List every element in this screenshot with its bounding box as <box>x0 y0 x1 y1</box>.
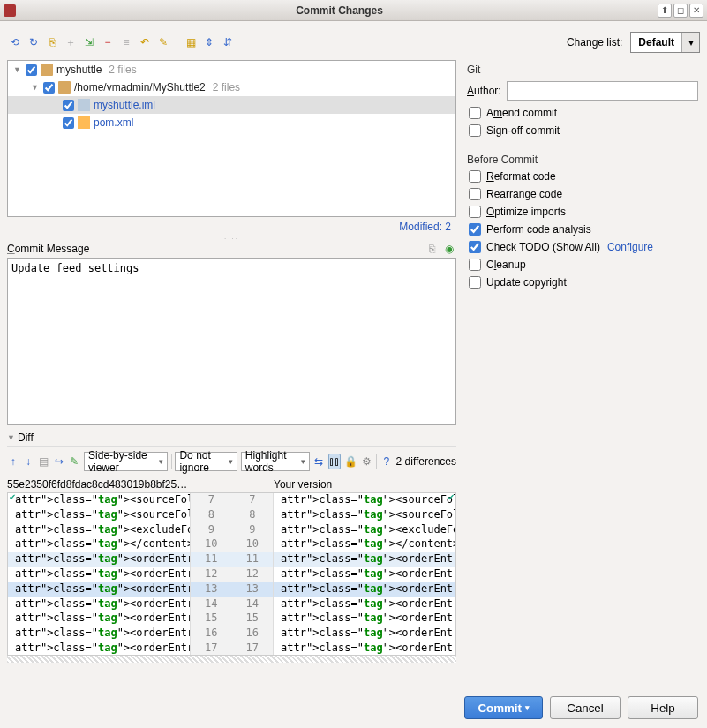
reformat-checkbox[interactable] <box>469 170 481 183</box>
diff-right-title: Your version <box>274 478 456 491</box>
signoff-checkbox-row[interactable]: Sign-off commit <box>467 122 698 139</box>
sync-scroll-icon[interactable]: ⫿⫿ <box>328 454 341 469</box>
commit-button[interactable]: Commit <box>464 696 543 719</box>
todo-checkbox[interactable] <box>469 241 481 253</box>
iml-file-icon <box>78 99 90 111</box>
edit-icon[interactable]: ✎ <box>155 34 171 50</box>
jump-icon[interactable]: ↪ <box>53 454 64 469</box>
add-icon[interactable]: ＋ <box>63 34 79 50</box>
cancel-button[interactable]: Cancel <box>550 696 621 719</box>
tree-file-name: myshuttle.iml <box>94 99 155 111</box>
expander-icon[interactable]: ▼ <box>7 433 18 442</box>
window-title: Commit Changes <box>23 4 656 17</box>
change-list-combo[interactable]: Default ▾ <box>630 32 700 53</box>
expander-icon[interactable]: ▼ <box>13 65 22 74</box>
close-button[interactable]: ✕ <box>689 4 703 18</box>
diff-left-title: 55e2350f6fd8fdac8cd483019b8bf257e26c3c8b… <box>7 478 190 491</box>
undo-icon[interactable]: ↶ <box>137 34 153 50</box>
help-icon[interactable]: ? <box>380 454 392 469</box>
diff-viewer[interactable]: attr">class="tag"><sourceFolder attr">ur… <box>7 492 456 656</box>
file-tree[interactable]: ▼ myshuttle 2 files ▼ /home/vmadmin/MySh… <box>7 60 456 217</box>
tree-root[interactable]: ▼ myshuttle 2 files <box>8 61 455 79</box>
rearrange-checkbox[interactable] <box>469 188 481 200</box>
copyright-row[interactable]: Update copyright <box>467 274 698 291</box>
folder-icon <box>58 81 71 94</box>
settings-icon[interactable]: ⚙ <box>361 454 372 469</box>
expander-icon[interactable]: ▼ <box>31 83 40 92</box>
modified-count: Modified: 2 <box>7 217 456 235</box>
dialog-footer: Commit Cancel Help <box>464 696 698 719</box>
pin-button[interactable]: ⬆ <box>658 4 672 18</box>
diff-right-pane[interactable]: attr">class="tag"><sourceFolder attr">ur… <box>274 493 455 655</box>
signoff-checkbox[interactable] <box>469 124 481 137</box>
refresh-icon[interactable]: ⟲ <box>7 34 23 50</box>
tree-file-name: pom.xml <box>94 116 133 129</box>
change-list-label: Change list: <box>567 36 622 49</box>
next-diff-icon[interactable]: ↓ <box>22 454 34 469</box>
author-input[interactable] <box>507 81 698 101</box>
help-button[interactable]: Help <box>628 696 698 719</box>
viewer-mode-combo[interactable]: Side-by-side viewer <box>84 452 168 471</box>
analysis-checkbox[interactable] <box>469 223 481 236</box>
collapse-all-icon[interactable]: ⇵ <box>220 34 236 50</box>
sync-icon[interactable]: ↻ <box>26 34 41 50</box>
cleanup-row[interactable]: Cleanup <box>467 256 698 274</box>
cleanup-checkbox[interactable] <box>469 259 481 271</box>
diff-count: 2 differences <box>396 455 457 468</box>
move-icon[interactable]: ⇲ <box>81 34 97 50</box>
open-file-icon[interactable]: ▤ <box>38 454 49 469</box>
vcs-icon[interactable]: ◉ <box>442 242 456 256</box>
list-icon[interactable]: ≡ <box>118 34 134 50</box>
scroll-hint <box>7 656 456 663</box>
remove-icon[interactable]: − <box>100 34 116 50</box>
amend-label: Amend commit <box>486 107 557 119</box>
whitespace-combo[interactable]: Do not ignore <box>175 452 237 471</box>
tree-root-count: 2 files <box>109 64 136 76</box>
diff-gutter: 77889910101111121213131414151516161717 <box>190 493 274 655</box>
configure-link[interactable]: Configure <box>607 241 653 253</box>
commit-message-label: Commit Message <box>7 243 421 255</box>
amend-checkbox[interactable] <box>469 107 481 119</box>
todo-row[interactable]: Check TODO (Show All) Configure <box>467 238 698 256</box>
rearrange-row[interactable]: Rearrange code <box>467 185 698 203</box>
amend-checkbox-row[interactable]: Amend commit <box>467 104 698 122</box>
copy-icon[interactable]: ⎘ <box>44 34 60 50</box>
tree-file-checkbox[interactable] <box>63 100 74 111</box>
group-icon[interactable]: ▦ <box>183 34 199 50</box>
tree-root-name: myshuttle <box>56 64 102 76</box>
apply-icon[interactable]: ✎ <box>69 454 80 469</box>
change-list-value: Default <box>631 36 681 49</box>
commit-message-input[interactable] <box>7 258 456 425</box>
prev-diff-icon[interactable]: ↑ <box>7 454 19 469</box>
git-section-title: Git <box>467 60 698 78</box>
optimize-checkbox[interactable] <box>469 206 481 218</box>
diff-left-pane[interactable]: attr">class="tag"><sourceFolder attr">ur… <box>8 493 190 655</box>
reformat-row[interactable]: Reformat code <box>467 168 698 185</box>
expand-all-icon[interactable]: ⇕ <box>201 34 217 50</box>
lock-icon[interactable]: 🔒 <box>344 454 357 469</box>
maximize-button[interactable]: ◻ <box>673 4 688 18</box>
diff-section-label: Diff <box>18 432 34 444</box>
titlebar: Commit Changes ⬆ ◻ ✕ <box>0 0 707 21</box>
author-label: Author: <box>467 85 501 97</box>
tree-file[interactable]: pom.xml <box>8 114 455 131</box>
chevron-down-icon[interactable]: ▾ <box>681 33 699 52</box>
tree-path-name: /home/vmadmin/MyShuttle2 <box>74 81 206 94</box>
highlight-combo[interactable]: Highlight words <box>241 452 310 471</box>
tree-path-checkbox[interactable] <box>43 82 55 94</box>
check-icon: ✔ <box>9 492 16 502</box>
optimize-row[interactable]: Optimize imports <box>467 203 698 221</box>
tree-path-count: 2 files <box>213 81 240 94</box>
folder-icon <box>41 64 53 76</box>
analysis-row[interactable]: Perform code analysis <box>467 221 698 238</box>
tree-root-checkbox[interactable] <box>26 64 37 76</box>
tree-path[interactable]: ▼ /home/vmadmin/MyShuttle2 2 files <box>8 79 455 96</box>
tree-file-checkbox[interactable] <box>63 117 74 129</box>
xml-file-icon <box>78 116 90 129</box>
history-icon[interactable]: ⎘ <box>425 242 439 256</box>
copyright-checkbox[interactable] <box>469 276 481 289</box>
collapse-icon[interactable]: ⇆ <box>313 454 325 469</box>
tree-file[interactable]: myshuttle.iml <box>8 96 455 114</box>
main-toolbar: ⟲ ↻ ⎘ ＋ ⇲ − ≡ ↶ ✎ ▦ ⇕ ⇵ Change list: Def… <box>7 28 700 60</box>
app-icon <box>4 4 16 17</box>
